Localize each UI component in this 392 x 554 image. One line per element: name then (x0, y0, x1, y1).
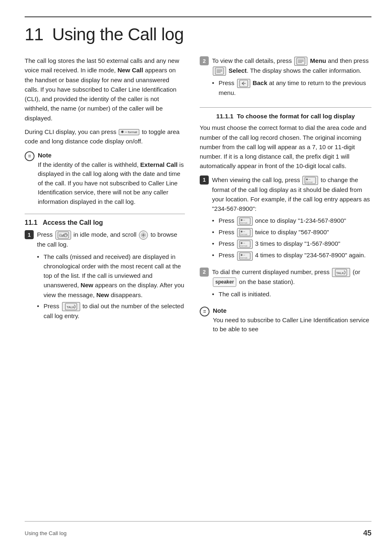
svg-text:✱↔: ✱↔ (240, 230, 246, 233)
footer-page-number: 45 (363, 529, 371, 538)
svg-text:TALK: TALK (336, 271, 344, 275)
select-key (213, 67, 226, 76)
svg-text:TALK: TALK (67, 305, 75, 309)
note-icon-1 (25, 151, 35, 161)
note-label-2: Note (213, 307, 226, 314)
svg-point-9 (143, 235, 144, 236)
talk-svg: TALK (65, 303, 77, 310)
menu-key-1 (294, 57, 307, 66)
back-key (237, 79, 250, 88)
step-1111-1-number: 1 (200, 175, 209, 185)
call-initiated-bullet: The call is initiated. (212, 289, 371, 299)
step-2-top-content: To view the call details, press Menu and… (212, 56, 371, 100)
step-1111-2-bullets: The call is initiated. (212, 289, 371, 299)
call-id-key: call ID (55, 231, 71, 240)
speaker-key: speaker (213, 277, 236, 287)
note-label-1: Note (38, 152, 51, 159)
talk-key: TALK (62, 302, 80, 311)
format-key-6: ✱↔ format (237, 252, 253, 261)
note-box-1: Note If the identity of the caller is wi… (25, 151, 185, 206)
talk-svg-2: TALK (335, 269, 347, 276)
intro-paragraph-1: The call log stores the last 50 external… (25, 56, 185, 123)
format-key-3: ✱↔ format (237, 217, 253, 226)
note-content-2: Note You need to subscribe to Caller Lin… (213, 306, 371, 334)
svg-text:ID: ID (59, 233, 62, 235)
page-container: 11 Using the Call log The call log store… (0, 0, 392, 554)
left-column: The call log stores the last 50 external… (25, 56, 185, 521)
step-1-bullet-2: Press TALK to dial out the number of the… (37, 301, 185, 321)
nav-scroll-icon (139, 231, 148, 240)
section-1111-heading: 11.1.1 To choose the format for call log… (200, 113, 371, 120)
step-1-number: 1 (25, 230, 34, 239)
select-svg (215, 67, 224, 75)
step-1-bullets: The calls (missed and received) are disp… (37, 252, 185, 321)
svg-text:✱↔: ✱↔ (240, 219, 246, 222)
svg-text:format: format (240, 233, 247, 235)
step-1-block: 1 Press call ID in idle mode, and scroll (25, 230, 185, 323)
note-icon-2 (200, 307, 210, 316)
section-11-1-heading: 11.1 Access the Call log (25, 219, 185, 226)
two-column-layout: The call log stores the last 50 external… (25, 56, 371, 521)
format-svg-6: ✱↔ format (239, 252, 251, 260)
step-1111-2-content: To dial the current displayed number, pr… (212, 267, 371, 302)
format-bullet-4: Press ✱↔ format 4 times to display "234-… (212, 250, 371, 260)
section-divider-2 (200, 107, 371, 108)
top-rule (25, 16, 371, 17)
call-id-svg: call ID (58, 231, 69, 239)
step-1111-2-number: 2 (200, 268, 209, 277)
format-svg-4: ✱↔ format (239, 229, 251, 236)
svg-text:✱↔: ✱↔ (240, 242, 246, 245)
page-footer: Using the Call log 45 (25, 521, 371, 538)
format-bullet-1: Press ✱↔ format once to display "1-234-5… (212, 216, 371, 226)
format-key-4: ✱↔ format (237, 228, 253, 237)
format-svg-3: ✱↔ format (239, 217, 251, 225)
section-divider-1 (25, 214, 185, 214)
chapter-number: 11 (25, 25, 44, 44)
step-2-top-block: 2 To view the call details, press Menu a… (200, 56, 371, 100)
step-2-bullet-1: Press Back at any time to return to the … (212, 78, 371, 97)
format-svg-2: ✱↔ format (304, 177, 316, 184)
step-1111-1-block: 1 When viewing the call log, press ✱↔ fo… (200, 175, 371, 263)
format-bullet-3: Press ✱↔ format 3 times to display "1-56… (212, 239, 371, 249)
svg-text:✱↔: ✱↔ (240, 254, 246, 256)
intro-paragraph-2: During CLI display, you can press ✱↔form… (25, 127, 185, 146)
step-1-bullet-1: The calls (missed and received) are disp… (37, 252, 185, 300)
step-1111-1-content: When viewing the call log, press ✱↔ form… (212, 175, 371, 263)
step-2-top-bullets: Press Back at any time to return to the … (212, 78, 371, 97)
svg-text:format: format (240, 222, 247, 224)
chapter-title: 11 Using the Call log (25, 25, 371, 44)
step-2-top-number: 2 (200, 56, 209, 65)
format-key-2: ✱↔ format (302, 176, 318, 185)
format-svg-5: ✱↔ format (239, 240, 251, 248)
step-1111-1-bullets: Press ✱↔ format once to display "1-234-5… (212, 216, 371, 260)
step-1111-2-block: 2 To dial the current displayed number, … (200, 267, 371, 302)
note-content-1: Note If the identity of the caller is wi… (38, 151, 185, 206)
footer-chapter-label: Using the Call log (25, 530, 67, 536)
step-1-content: Press call ID in idle mode, and scroll (37, 230, 185, 323)
right-column: 2 To view the call details, press Menu a… (200, 56, 371, 521)
format-key-icon: ✱↔format (119, 129, 139, 135)
section-1111-intro: You must choose the correct format to di… (200, 123, 371, 171)
section-1111-num: 11.1.1 (216, 113, 233, 120)
svg-text:format: format (240, 245, 247, 247)
svg-text:format: format (240, 256, 247, 259)
talk-key-2: TALK (332, 268, 350, 277)
format-bullet-2: Press ✱↔ format twice to display "567-89… (212, 227, 371, 237)
chapter-title-text: Using the Call log (52, 25, 184, 44)
format-key-5: ✱↔ format (237, 240, 253, 249)
nav-svg (141, 231, 146, 239)
menu-svg-1 (296, 58, 305, 65)
note-box-2: Note You need to subscribe to Caller Lin… (200, 306, 371, 334)
svg-text:✱↔: ✱↔ (306, 178, 311, 181)
back-svg (239, 80, 248, 87)
svg-text:format: format (306, 181, 313, 183)
